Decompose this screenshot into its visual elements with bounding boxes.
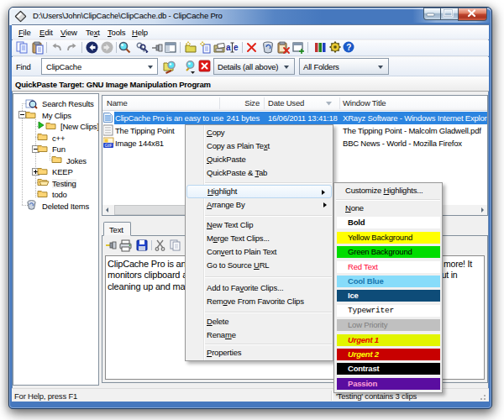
svg-text:a: a bbox=[226, 43, 231, 52]
svg-text:?: ? bbox=[346, 43, 351, 52]
svg-text:e: e bbox=[234, 43, 239, 52]
svg-text:GIF: GIF bbox=[104, 143, 113, 148]
